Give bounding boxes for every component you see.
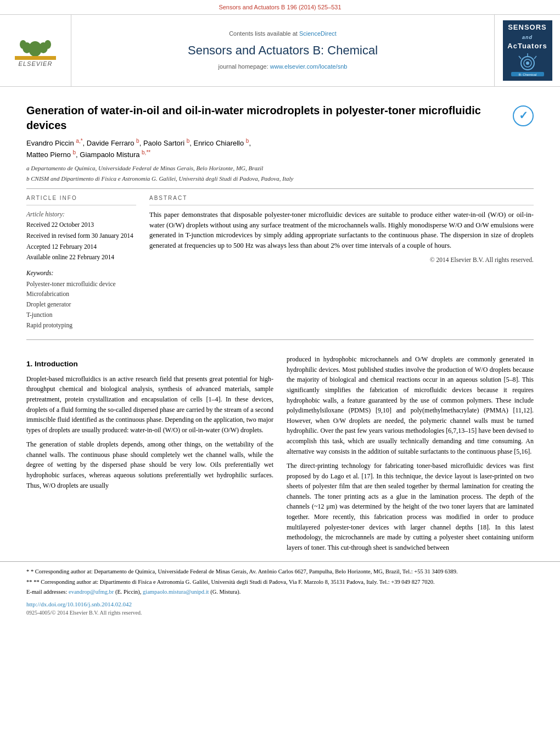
history-label: Article history: [26, 210, 136, 219]
top-banner: Sensors and Actuators B 196 (2014) 525–5… [0, 0, 560, 87]
received-row: Received 22 October 2013 [26, 220, 136, 230]
article-info-col: ARTICLE INFO Article history: Received 2… [26, 194, 136, 331]
fn3-label: E-mail addresses: [26, 589, 67, 595]
divider1 [26, 188, 534, 189]
body-left-col: 1. Introduction Droplet-based microfluid… [26, 354, 273, 557]
journal-title-area: Contents lists available at ScienceDirec… [71, 15, 494, 86]
abstract-col: ABSTRACT This paper demonstrates that di… [149, 194, 534, 331]
sensors-logo-top: SENSORS and AcTuators [507, 23, 547, 51]
homepage-label: journal homepage: [219, 63, 268, 70]
svg-rect-6 [15, 56, 56, 60]
author-comma4: , [249, 139, 251, 147]
journal-ref: Sensors and Actuators B 196 (2014) 525–5… [0, 3, 560, 12]
article-content: Generation of water-in-oil and oil-in-wa… [0, 87, 560, 354]
keywords-section: Keywords: Polyester-toner microfluidic d… [26, 269, 136, 330]
keywords-title: Keywords: [26, 269, 136, 278]
fn3-email1[interactable]: evandrop@ufmg.br [69, 589, 114, 595]
authors-line: Evandro Piccin a,*, Davide Ferraro b, Pa… [26, 137, 534, 160]
homepage-url[interactable]: www.elsevier.com/locate/snb [270, 63, 348, 70]
author-matteo: Matteo Pierno [26, 150, 73, 159]
sciencedirect-line: Contents lists available at ScienceDirec… [229, 30, 337, 38]
two-col-section: ARTICLE INFO Article history: Received 2… [26, 194, 534, 331]
author-evandro: Evandro Piccin [26, 139, 76, 147]
sensors-text: SENSORS [508, 23, 547, 31]
intro-number: 1. [26, 360, 32, 368]
copyright-line: © 2014 Elsevier B.V. All rights reserved… [149, 255, 534, 265]
sciencedirect-link[interactable]: ScienceDirect [299, 30, 337, 37]
keyword2: Microfabrication [26, 289, 136, 299]
footnote-section: * * Corresponding author at: Departament… [0, 561, 560, 619]
author-paolo: Paolo Sartori [143, 139, 187, 147]
keyword4: T-junction [26, 310, 136, 320]
journal-header: ELSEVIER Contents lists available at Sci… [0, 14, 560, 87]
history-label-text: Article history: [26, 211, 65, 217]
abstract-text: This paper demonstrates that disposable … [149, 210, 534, 251]
available-row: Available online 22 February 2014 [26, 253, 136, 262]
author-enrico: Enrico Chiarello [193, 139, 245, 147]
divider2 [26, 339, 534, 340]
sensors-logo-area: SENSORS and AcTuators B: Ch [494, 15, 560, 86]
article-title-section: Generation of water-in-oil and oil-in-wa… [26, 103, 534, 133]
keyword1: Polyester-toner microfluidic device [26, 280, 136, 289]
elsevier-logo: ELSEVIER [15, 32, 56, 69]
intro-heading: 1. Introduction [26, 359, 273, 370]
keyword5: Rapid prototyping [26, 321, 136, 330]
doi-line[interactable]: http://dx.doi.org/10.1016/j.snb.2014.02.… [26, 600, 534, 609]
body-right-col: produced in hydrophobic microchannels an… [287, 354, 534, 557]
crossmark-icon: ✓ [513, 105, 534, 126]
footnote1: * * Corresponding author at: Departament… [26, 567, 534, 576]
affil-b: b CNISM and Dipartimento di Fisica e Ast… [26, 174, 534, 183]
page-container: Sensors and Actuators B 196 (2014) 525–5… [0, 0, 560, 620]
svg-point-4 [20, 40, 26, 49]
fn1-marker: * [26, 568, 29, 574]
svg-point-10 [526, 62, 529, 65]
svg-text:✓: ✓ [519, 109, 528, 121]
body-content: 1. Introduction Droplet-based microfluid… [0, 354, 560, 557]
author-davide: Davide Ferraro [87, 139, 136, 147]
accepted-row: Accepted 12 February 2014 [26, 242, 136, 252]
issn-line: 0925-4005/© 2014 Elsevier B.V. All right… [26, 609, 534, 617]
fn1-text: * Corresponding author at: Departamento … [31, 568, 458, 574]
footnote2: ** ** Corresponding author at: Dipartime… [26, 578, 534, 586]
fn2-marker: ** [26, 579, 32, 585]
fn3-text1: (E. Piccin), [115, 589, 142, 595]
fn3-text2: (G. Mistura). [210, 589, 240, 595]
right-para1: produced in hydrophobic microchannels an… [287, 354, 534, 456]
sensors-logo-box: SENSORS and AcTuators B: Ch [503, 20, 552, 81]
fn2-text: ** Corresponding author at: Dipartimento… [33, 579, 435, 585]
revised-row: Received in revised form 30 January 2014 [26, 231, 136, 241]
svg-point-5 [44, 40, 51, 49]
svg-text:B: Chemical: B: Chemical [518, 73, 536, 76]
author-comma2: , [139, 139, 143, 147]
elsevier-text: ELSEVIER [19, 60, 53, 69]
right-para2: The direct-printing technology for fabri… [287, 461, 534, 553]
journal-main-title: Sensors and Actuators B: Chemical [188, 42, 378, 59]
author-comma1: , [83, 139, 87, 147]
contents-text: Contents lists available at [229, 30, 298, 37]
sensors-and-text: and [522, 35, 533, 40]
elsevier-logo-area: ELSEVIER [0, 15, 71, 86]
author-giampaolo: Giampaolo Mistura [80, 150, 142, 159]
journal-homepage-line: journal homepage: www.elsevier.com/locat… [219, 63, 348, 71]
article-info-label: ARTICLE INFO [26, 194, 136, 205]
actuators-text: AcTuators [507, 42, 547, 50]
keyword3: Droplet generator [26, 300, 136, 309]
intro-para1: Droplet-based microfluidics is an active… [26, 374, 273, 436]
article-title: Generation of water-in-oil and oil-in-wa… [26, 103, 504, 133]
elsevier-tree-icon [15, 32, 56, 60]
affil-a: a Departamento de Química, Universidade … [26, 164, 534, 173]
footnote3: E-mail addresses: evandrop@ufmg.br (E. P… [26, 588, 534, 596]
abstract-label: ABSTRACT [149, 194, 534, 205]
affiliations: a Departamento de Química, Universidade … [26, 164, 534, 183]
intro-title: Introduction [35, 360, 78, 368]
intro-para2: The generation of stable droplets depend… [26, 439, 273, 490]
sensors-logo-graphic: B: Chemical [508, 53, 547, 78]
fn3-email2[interactable]: giampaolo.mistura@unipd.it [143, 589, 209, 595]
